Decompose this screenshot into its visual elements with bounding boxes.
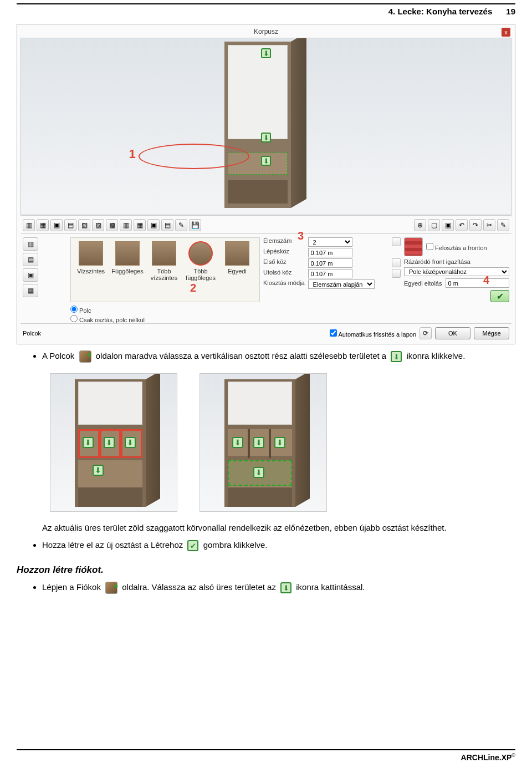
input-kiosztas[interactable]: Elemszám alapján bbox=[308, 279, 375, 289]
tool-icon[interactable]: ▦ bbox=[37, 219, 49, 231]
download-icon: ⬇ bbox=[253, 467, 264, 478]
tool-icon[interactable]: ▢ bbox=[428, 219, 440, 231]
doc-bullet: Lépjen a Fiókok oldalra. Válassza az als… bbox=[42, 580, 515, 594]
download-icon: ⬇ bbox=[253, 437, 264, 448]
lock-icon[interactable] bbox=[392, 258, 401, 267]
tool-icon[interactable]: ▤ bbox=[64, 219, 76, 231]
tool-icon[interactable]: ▣ bbox=[147, 219, 160, 231]
input-eltolas[interactable] bbox=[446, 278, 510, 288]
input-elemszam[interactable]: 2 bbox=[308, 237, 352, 247]
front-icon[interactable] bbox=[404, 237, 423, 256]
check-icon: ✔ bbox=[187, 540, 198, 551]
thumb-tobb-fuggoleges[interactable]: Több függőleges bbox=[184, 241, 217, 281]
preview-red-divs: ⬇ ⬇ ⬇ ⬇ bbox=[50, 373, 177, 512]
tool-icon[interactable]: ✎ bbox=[497, 219, 509, 231]
download-icon: ⬇ bbox=[274, 437, 285, 448]
input-lepeskoz[interactable] bbox=[308, 248, 352, 257]
annotation-number: 3 bbox=[298, 230, 304, 242]
two-previews: ⬇ ⬇ ⬇ ⬇ ⬇ ⬇ ⬇ ⬇ bbox=[50, 373, 515, 512]
download-icon: ⬇ bbox=[125, 437, 136, 448]
thumb-strip: Vízszintes Függőleges Több vízszintes Tö… bbox=[70, 237, 260, 302]
close-icon[interactable]: x bbox=[502, 28, 510, 37]
label-kiosztas: Kiosztás módja bbox=[263, 279, 305, 289]
tool-icon[interactable]: ▣ bbox=[442, 219, 454, 231]
undo-icon[interactable]: ↶ bbox=[456, 219, 468, 231]
label-eltolas: Egyedi eltolás bbox=[404, 280, 442, 287]
shelf-icon bbox=[79, 350, 91, 363]
fields-grid: Elemszám 2 Lépésköz Első köz Utolsó köz … bbox=[263, 237, 401, 302]
shelf-type-icon[interactable]: ▤ bbox=[23, 253, 38, 266]
lock-icon[interactable] bbox=[392, 269, 401, 278]
lock-icon[interactable] bbox=[392, 237, 401, 246]
shelf-type-icon[interactable]: ▥ bbox=[23, 237, 38, 251]
input-igazitas[interactable]: Polc középvonalához bbox=[404, 267, 509, 276]
tool-icon[interactable]: ✎ bbox=[175, 219, 187, 231]
footer-left-label: Polcok bbox=[23, 330, 41, 337]
doc-bullet: Hozza létre el az új osztást a Létrehoz … bbox=[42, 538, 515, 552]
download-icon: ⬇ bbox=[104, 437, 115, 448]
input-utolsokoz[interactable] bbox=[308, 269, 352, 278]
checkbox-felosztas[interactable] bbox=[426, 243, 433, 250]
redo-icon[interactable]: ↷ bbox=[469, 219, 482, 231]
thumb-egyedi[interactable]: Egyedi bbox=[221, 241, 254, 274]
annotation-circle bbox=[139, 144, 249, 169]
annotation-number: 2 bbox=[190, 282, 196, 294]
right-column: Felosztás a fronton Rázáródó front igazí… bbox=[404, 237, 509, 302]
annotation-number: 1 bbox=[129, 147, 135, 161]
radio-csak-osztas[interactable]: Csak osztás, polc nélkül bbox=[70, 315, 508, 323]
tool-icon[interactable]: 💾 bbox=[189, 219, 201, 231]
tool-icon[interactable]: ▥ bbox=[120, 219, 132, 231]
window-title: Korpusz bbox=[254, 28, 278, 35]
header-page: 19 bbox=[506, 7, 515, 16]
toolbar: ▥ ▦ ▣ ▤ ▧ ▨ ▩ ▥ ▦ ▣ ▤ ✎ 💾 ⊕ ▢ ▣ ↶ ↷ bbox=[21, 215, 511, 233]
tool-icon[interactable]: ▦ bbox=[134, 219, 146, 231]
page-footer: ARCHLine.XP® bbox=[17, 749, 515, 762]
tool-icon[interactable]: ▨ bbox=[92, 219, 104, 231]
shelf-panel: ▥ ▤ ▣ ▦ Vízszintes Függőleges Több vízsz… bbox=[21, 233, 511, 303]
preview-3d: ⬇ ⬇ ⬇ 1 bbox=[21, 38, 511, 215]
cabinet-model bbox=[224, 42, 308, 208]
apply-button[interactable]: ✔ bbox=[490, 290, 509, 302]
download-icon: ⬇ bbox=[261, 133, 271, 143]
cancel-button[interactable]: Mégse bbox=[474, 327, 509, 339]
tool-icon[interactable]: ▤ bbox=[161, 219, 173, 231]
preview-green-sel: ⬇ ⬇ ⬇ ⬇ bbox=[200, 373, 327, 512]
tool-icon[interactable]: ▩ bbox=[106, 219, 118, 231]
download-icon: ⬇ bbox=[261, 48, 271, 58]
tool-icon[interactable]: ✂ bbox=[483, 219, 495, 231]
download-icon: ⬇ bbox=[280, 582, 291, 593]
label-utolsokoz: Utolsó köz bbox=[263, 269, 305, 278]
tool-icon[interactable]: ▧ bbox=[78, 219, 90, 231]
drawer-icon bbox=[105, 582, 117, 594]
label-igazitas: Rázáródó front igazítása bbox=[404, 258, 509, 265]
ok-button[interactable]: OK bbox=[435, 327, 470, 339]
label-felosztas: Felosztás a fronton bbox=[426, 243, 487, 251]
korpusz-window: Korpusz x ⬇ ⬇ ⬇ 1 ▥ ▦ ▣ ▤ ▧ bbox=[17, 24, 515, 344]
thumb-vizszintes[interactable]: Vízszintes bbox=[74, 241, 108, 274]
header-title: 4. Lecke: Konyha tervezés bbox=[388, 7, 493, 16]
shelf-type-icon[interactable]: ▦ bbox=[23, 284, 38, 297]
download-icon: ⬇ bbox=[83, 437, 94, 448]
tool-icon[interactable]: ▣ bbox=[50, 219, 63, 231]
checkbox-auto[interactable]: Automatikus frissítés a lapon bbox=[330, 329, 416, 338]
download-icon: ⬇ bbox=[232, 437, 243, 448]
download-icon: ⬇ bbox=[93, 465, 104, 476]
page-header: 4. Lecke: Konyha tervezés 19 bbox=[17, 3, 515, 16]
label-lepeskoz: Lépésköz bbox=[263, 248, 305, 257]
doc-bullet: A Polcok oldalon maradva válassza a vert… bbox=[42, 349, 515, 363]
shelf-type-icon[interactable]: ▣ bbox=[23, 268, 38, 282]
radio-polc[interactable]: Polc bbox=[70, 306, 508, 314]
tool-icon[interactable]: ⊕ bbox=[414, 219, 426, 231]
download-icon: ⬇ bbox=[261, 156, 271, 166]
label-elsokoz: Első köz bbox=[263, 258, 305, 268]
refresh-icon[interactable]: ⟳ bbox=[420, 327, 432, 339]
thumb-tobb-vizszintes[interactable]: Több vízszintes bbox=[147, 241, 181, 281]
tool-icon[interactable]: ▥ bbox=[23, 219, 35, 231]
dialog-footer: Polcok Automatikus frissítés a lapon ⟳ O… bbox=[21, 323, 511, 339]
radio-group: Polc Csak osztás, polc nélkül bbox=[21, 303, 511, 323]
thumb-fuggoleges[interactable]: Függőleges bbox=[111, 241, 144, 274]
doc-text: Az aktuális üres terület zöld szaggatott… bbox=[42, 522, 515, 534]
section-heading: Hozzon létre fiókot. bbox=[17, 565, 515, 576]
annotation-number: 4 bbox=[483, 274, 489, 287]
input-elsokoz[interactable] bbox=[308, 258, 352, 268]
